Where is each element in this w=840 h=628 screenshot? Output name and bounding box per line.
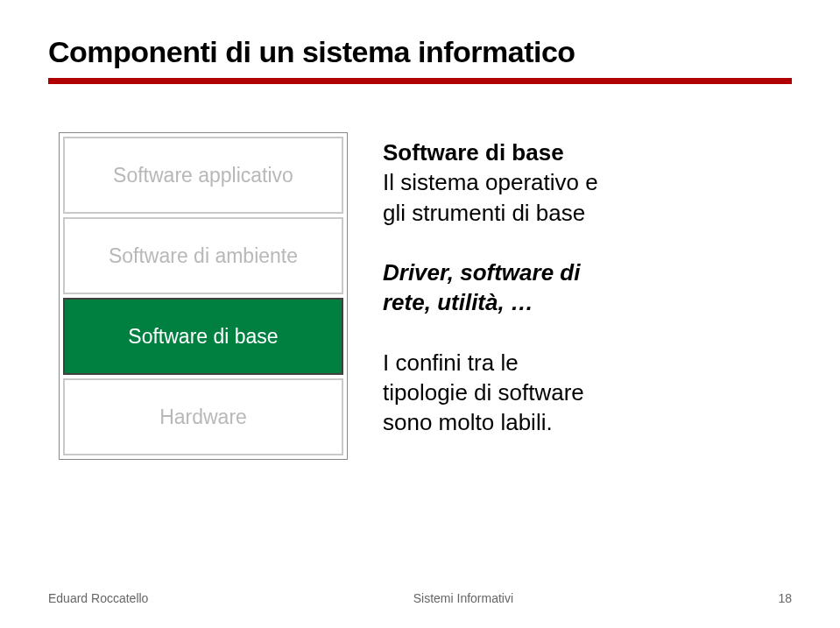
footer-course: Sistemi Informativi bbox=[413, 591, 513, 605]
desc-line: gli strumenti di base bbox=[383, 198, 792, 228]
description-column: Software di base Il sistema operativo e … bbox=[383, 132, 792, 468]
desc-line: Il sistema operativo e bbox=[383, 167, 792, 197]
layer-stack-border: Software applicativo Software di ambient… bbox=[59, 132, 348, 460]
desc-line: rete, utilità, … bbox=[383, 287, 792, 317]
layer-base: Software di base bbox=[63, 298, 343, 375]
desc-main: Software di base Il sistema operativo e … bbox=[383, 138, 792, 228]
desc-drivers: Driver, software di rete, utilità, … bbox=[383, 258, 792, 318]
layer-app: Software applicativo bbox=[63, 137, 343, 214]
footer-page: 18 bbox=[778, 591, 792, 605]
desc-line: sono molto labili. bbox=[383, 407, 792, 437]
desc-line: Driver, software di bbox=[383, 258, 792, 287]
desc-line: I confini tra le bbox=[383, 348, 792, 378]
desc-heading: Software di base bbox=[383, 138, 792, 167]
layer-stack: Software applicativo Software di ambient… bbox=[59, 132, 348, 460]
slide-footer: Eduard Roccatello Sistemi Informativi 18 bbox=[48, 591, 792, 605]
title-block: Componenti di un sistema informatico bbox=[48, 35, 792, 84]
footer-author: Eduard Roccatello bbox=[48, 591, 148, 605]
slide: Componenti di un sistema informatico Sof… bbox=[0, 0, 840, 628]
content-row: Software applicativo Software di ambient… bbox=[48, 132, 792, 468]
slide-title: Componenti di un sistema informatico bbox=[48, 35, 792, 69]
layer-env: Software di ambiente bbox=[63, 217, 343, 294]
title-underline bbox=[48, 78, 792, 84]
layer-hw: Hardware bbox=[63, 378, 343, 455]
desc-line: tipologie di software bbox=[383, 378, 792, 407]
desc-note: I confini tra le tipologie di software s… bbox=[383, 348, 792, 438]
